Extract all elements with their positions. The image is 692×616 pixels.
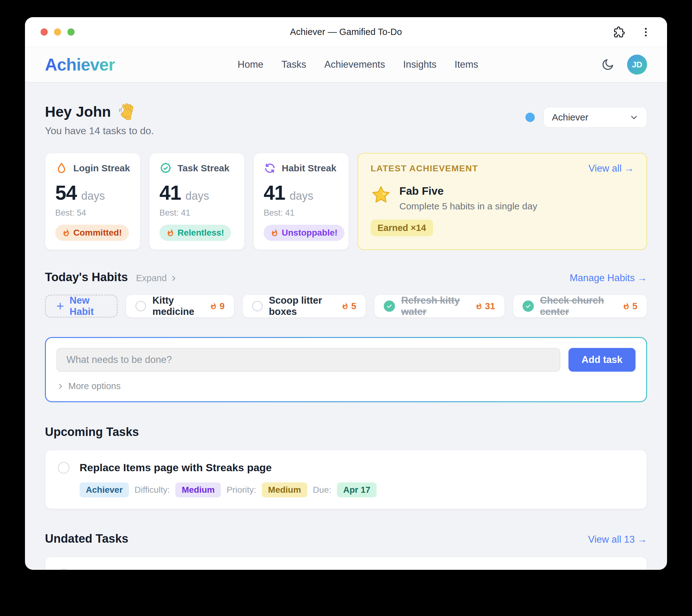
nav-item-tasks[interactable]: Tasks	[281, 59, 306, 70]
upcoming-tasks-title: Upcoming Tasks	[45, 425, 139, 439]
habit-checkbox[interactable]	[135, 301, 146, 312]
task-checkbox[interactable]	[58, 462, 70, 474]
streak-unit: days	[185, 189, 209, 203]
chevron-right-icon	[170, 274, 178, 282]
new-task-input[interactable]	[57, 348, 560, 371]
habit-streak-count: 9	[220, 301, 225, 312]
streak-unit: days	[289, 189, 313, 203]
expand-habits-button[interactable]: Expand	[136, 273, 178, 283]
habit-chip-check-church-center[interactable]: Check church center 5	[513, 295, 647, 318]
habit-chip-kitty-medicine[interactable]: Kitty medicine 9	[126, 295, 234, 318]
streak-label: Task Streak	[177, 163, 229, 173]
app-header: Achiever Home Tasks Achievements Insight…	[25, 47, 667, 83]
streak-best: Best: 41	[159, 208, 234, 218]
priority-label: Priority:	[226, 485, 256, 495]
task-checkbox[interactable]	[58, 569, 70, 570]
view-all-achievements-link[interactable]: View all →	[588, 163, 634, 174]
project-color-dot	[525, 113, 535, 122]
chevron-right-icon	[57, 382, 65, 390]
extensions-puzzle-icon[interactable]	[613, 26, 625, 38]
streak-badge: Unstoppable!	[264, 225, 344, 241]
flame-icon	[622, 302, 630, 310]
project-select[interactable]: Achiever	[543, 107, 647, 128]
avatar[interactable]: JD	[627, 55, 647, 75]
nav-item-achievements[interactable]: Achievements	[324, 59, 385, 70]
streak-label: Habit Streak	[282, 163, 336, 173]
window-title: Achiever — Gamified To-Do	[25, 27, 667, 37]
flame-icon	[341, 302, 349, 310]
refresh-icon	[264, 162, 276, 174]
browser-menu-kebab-icon[interactable]	[640, 26, 652, 38]
habit-checkbox[interactable]	[252, 301, 263, 312]
view-all-undated-link[interactable]: View all 13 →	[588, 534, 647, 545]
check-icon	[525, 303, 531, 309]
task-row-upcoming: Replace Items page with Streaks page Ach…	[45, 450, 647, 509]
add-task-panel: Add task More options	[45, 337, 647, 402]
more-options-toggle[interactable]: More options	[57, 381, 635, 391]
due-label: Due:	[313, 485, 331, 495]
habit-streak-count: 5	[632, 301, 637, 312]
plus-icon	[55, 301, 65, 311]
task-due-badge: Apr 17	[337, 483, 376, 497]
minimize-window-button[interactable]	[54, 28, 61, 36]
streak-value: 41	[264, 181, 285, 205]
waving-hand-icon	[117, 103, 135, 120]
check-icon	[386, 303, 392, 309]
chevron-down-icon	[629, 113, 639, 122]
latest-achievement-card: LATEST ACHIEVEMENT View all → Fab Five C…	[358, 153, 647, 250]
window-controls	[41, 28, 74, 36]
dark-mode-moon-icon[interactable]	[601, 58, 614, 71]
habit-chip-scoop-litter-boxes[interactable]: Scoop litter boxes 5	[242, 295, 366, 318]
streak-badge: Committed!	[55, 225, 129, 241]
latest-achievement-label: LATEST ACHIEVEMENT	[371, 164, 478, 173]
habit-checkbox-checked[interactable]	[384, 300, 395, 312]
flame-icon	[62, 229, 70, 237]
page-title: Hey John	[45, 103, 111, 120]
zoom-window-button[interactable]	[67, 28, 74, 36]
streak-label: Login Streak	[73, 163, 130, 173]
task-priority-badge: Medium	[262, 483, 307, 497]
manage-habits-link[interactable]: Manage Habits →	[570, 272, 647, 284]
login-streak-card: Login Streak 54 days Best: 54 Committed!	[45, 153, 140, 250]
new-habit-button[interactable]: New Habit	[45, 295, 117, 318]
main-nav: Home Tasks Achievements Insights Items	[115, 59, 601, 70]
project-select-value: Achiever	[552, 112, 588, 123]
droplet-icon	[55, 162, 68, 174]
main-content: Hey John	[25, 83, 667, 570]
todays-habits-title: Today's Habits	[45, 271, 128, 284]
habit-streak-count: 5	[351, 301, 356, 312]
nav-item-home[interactable]: Home	[238, 59, 264, 70]
add-task-button[interactable]: Add task	[568, 348, 635, 371]
achievement-earned-badge: Earned ×14	[371, 220, 433, 236]
task-difficulty-badge: Medium	[175, 483, 221, 497]
streak-best: Best: 41	[264, 208, 339, 218]
task-streak-card: Task Streak 41 days Best: 41 Relentless!	[149, 153, 244, 250]
difficulty-label: Difficulty:	[134, 485, 170, 495]
close-window-button[interactable]	[41, 28, 48, 36]
flame-icon	[210, 302, 217, 310]
task-row-undated: When per-habit streak is broken, show wh…	[45, 557, 647, 570]
task-project-badge: Achiever	[80, 483, 129, 497]
badge-check-icon	[159, 162, 172, 174]
flame-icon	[475, 302, 483, 310]
habit-streak-count: 31	[485, 301, 495, 312]
streak-badge: Relentless!	[159, 225, 231, 241]
app-window: Achiever — Gamified To-Do Achiever Home …	[25, 17, 667, 570]
app-logo[interactable]: Achiever	[45, 55, 115, 75]
streak-unit: days	[81, 189, 105, 203]
title-bar: Achiever — Gamified To-Do	[25, 17, 667, 47]
habit-chip-refresh-kitty-water[interactable]: Refresh kitty water 31	[374, 295, 505, 318]
nav-item-items[interactable]: Items	[455, 59, 478, 70]
achievement-title: Fab Five	[399, 185, 537, 197]
undated-tasks-title: Undated Tasks	[45, 532, 128, 546]
nav-item-insights[interactable]: Insights	[403, 59, 436, 70]
streak-value: 41	[159, 181, 181, 205]
habit-checkbox-checked[interactable]	[523, 300, 534, 312]
habit-streak-card: Habit Streak 41 days Best: 41 Unstoppabl…	[253, 153, 349, 250]
task-title: When per-habit streak is broken, show wh…	[80, 568, 582, 570]
star-icon	[371, 185, 391, 205]
streak-best: Best: 54	[55, 208, 130, 218]
flame-icon	[166, 229, 174, 237]
flame-icon	[271, 229, 279, 237]
task-title: Replace Items page with Streaks page	[80, 462, 272, 474]
